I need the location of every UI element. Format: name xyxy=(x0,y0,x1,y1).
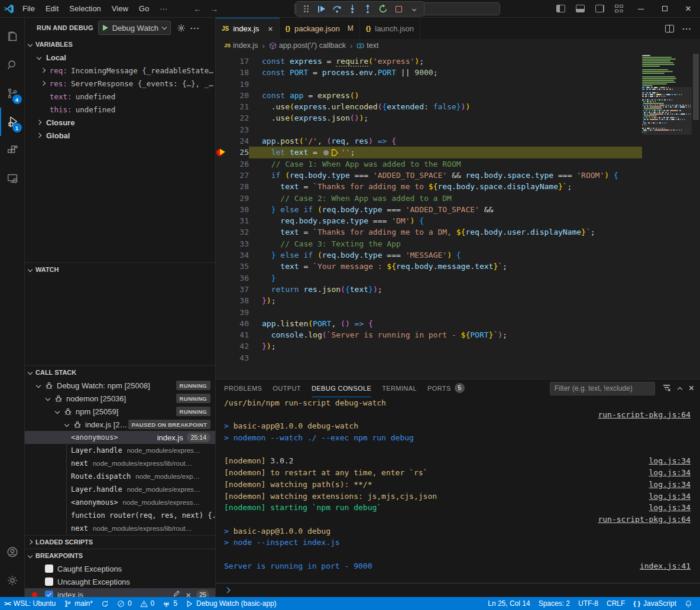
panel-tab-output[interactable]: OUTPUT xyxy=(273,379,301,397)
watch-section-header[interactable]: WATCH xyxy=(25,263,215,276)
variable-scope-global[interactable]: Global xyxy=(25,129,215,142)
call-stack-session[interactable]: index.js [25083]PAUSED ON BREAKPOINT xyxy=(25,418,215,431)
tab-package-json[interactable]: {}package.jsonM xyxy=(280,18,360,39)
activity-item-search[interactable] xyxy=(0,51,25,79)
menu-item-go[interactable]: Go xyxy=(134,2,154,15)
debug-config-dropdown[interactable]: Debug Watch xyxy=(98,21,171,35)
menu-item-file[interactable]: File xyxy=(18,2,40,15)
status-item-error[interactable]: 0 xyxy=(113,597,136,610)
activity-item-explorer[interactable] xyxy=(0,22,25,51)
maximize-button[interactable] xyxy=(653,0,676,18)
source-link[interactable]: run-script-pkg.js:64 xyxy=(598,514,700,525)
panel-tab-problems[interactable]: PROBLEMS xyxy=(224,379,262,397)
restart-icon[interactable] xyxy=(377,2,390,15)
source-link[interactable]: log.js:34 xyxy=(649,502,700,514)
step-into-icon[interactable] xyxy=(346,2,359,15)
menu-item-moremoremore[interactable]: ··· xyxy=(155,2,172,15)
status-item-tower[interactable]: 5 xyxy=(158,597,182,610)
stack-frame[interactable]: function router(req, res, next) {.pr xyxy=(25,509,215,522)
menu-item-view[interactable]: View xyxy=(107,2,133,15)
status-item-warn[interactable]: 0 xyxy=(136,597,159,610)
status-item-remote[interactable]: ><WSL: Ubuntu xyxy=(0,597,60,610)
variable-row-text[interactable]: text:undefined xyxy=(25,90,215,103)
variable-scope-local[interactable]: Local xyxy=(25,51,215,64)
step-over-icon[interactable] xyxy=(330,2,343,15)
breakpoint-checkbox[interactable] xyxy=(45,577,53,586)
tab-index-js[interactable]: JSindex.js× xyxy=(216,18,280,39)
stack-frame[interactable]: nextnode_modules/express/lib/rout… xyxy=(25,457,215,470)
status-item-ln-25-col-14[interactable]: Ln 25, Col 14 xyxy=(484,597,534,610)
activity-item-settings[interactable] xyxy=(0,566,25,595)
step-out-icon[interactable] xyxy=(361,2,374,15)
status-item-bell[interactable] xyxy=(680,597,696,610)
activity-item-run-and-debug[interactable]: 1 xyxy=(0,108,25,136)
status-item-crlf[interactable]: CRLF xyxy=(602,597,629,610)
debug-settings-gear-icon[interactable] xyxy=(177,24,186,33)
toggle-sidebar-icon[interactable] xyxy=(556,5,565,12)
breakpoints-section-header[interactable]: BREAKPOINTS xyxy=(25,549,215,562)
inline-breakpoint-hint-icon[interactable] xyxy=(323,150,329,155)
stack-frame[interactable]: <anonymous>node_modules/express… xyxy=(25,496,215,509)
tab-launch-json[interactable]: {}launch.json xyxy=(360,18,420,39)
menu-item-edit[interactable]: Edit xyxy=(41,2,63,15)
stack-frame[interactable]: Route.dispatchnode_modules/exp… xyxy=(25,470,215,483)
source-link[interactable]: index.js:41 xyxy=(640,560,700,572)
menu-item-selection[interactable]: Selection xyxy=(64,2,105,15)
nav-back-icon[interactable]: ← xyxy=(193,4,202,14)
more-actions-icon[interactable]: ··· xyxy=(190,24,200,33)
filter-icon[interactable] xyxy=(662,383,671,394)
breakpoint-checkbox[interactable] xyxy=(45,590,53,597)
activity-item-source-control[interactable]: 4 xyxy=(0,79,25,108)
breadcrumb-item[interactable]: app.post('/') callback xyxy=(269,41,346,50)
activity-item-accounts[interactable] xyxy=(0,538,25,566)
breadcrumb-item[interactable]: JSindex.js xyxy=(224,41,258,50)
status-item-utf-8[interactable]: UTF-8 xyxy=(574,597,602,610)
call-stack-session[interactable]: nodemon [25036]RUNNING xyxy=(25,392,215,405)
code-editor[interactable]: 17const express = require('express');18c… xyxy=(216,52,700,379)
toggle-panel-icon[interactable] xyxy=(576,5,585,12)
breakpoint-item-caught-exceptions[interactable]: Caught Exceptions xyxy=(25,562,215,575)
activity-item-extensions[interactable] xyxy=(0,136,25,164)
status-item-spaces-2[interactable]: Spaces: 2 xyxy=(534,597,574,610)
source-link[interactable]: run-script-pkg.js:64 xyxy=(598,409,700,421)
dropdown-icon[interactable] xyxy=(407,2,420,15)
panel-tab-ports[interactable]: PORTS5 xyxy=(427,379,465,397)
close-panel-icon[interactable]: × xyxy=(689,383,694,394)
stack-frame[interactable]: Layer.handlenode_modules/expres… xyxy=(25,444,215,457)
status-item-braces[interactable]: { }JavaScript xyxy=(629,597,680,610)
loaded-scripts-section-header[interactable]: LOADED SCRIPTS xyxy=(25,536,215,549)
activity-item-remote-explorer[interactable] xyxy=(0,164,25,193)
edit-breakpoint-icon[interactable] xyxy=(173,590,180,597)
breakpoint-item-index.js[interactable]: index.js×25 xyxy=(25,588,215,597)
minimize-button[interactable]: ─ xyxy=(629,0,653,18)
minimap[interactable] xyxy=(642,52,692,379)
source-link[interactable]: log.js:34 xyxy=(649,479,700,491)
status-item-sync[interactable] xyxy=(97,597,113,610)
variable-row-req[interactable]: req:IncomingMessage {_readableState: … xyxy=(25,64,215,77)
split-editor-icon[interactable] xyxy=(665,25,674,33)
variable-row-res[interactable]: res:ServerResponse {_events: {…}, _ev… xyxy=(25,77,215,90)
call-stack-session[interactable]: Debug Watch: npm [25008]RUNNING xyxy=(25,379,215,392)
breakpoint-checkbox[interactable] xyxy=(45,564,53,573)
call-stack-section-header[interactable]: CALL STACK xyxy=(25,366,215,379)
breakpoint-item-uncaught-exceptions[interactable]: Uncaught Exceptions xyxy=(25,575,215,588)
editor-scrollbar[interactable] xyxy=(692,52,700,379)
close-tab-icon[interactable]: × xyxy=(268,24,273,34)
debug-console-filter-input[interactable] xyxy=(550,382,655,395)
variable-row-this[interactable]: this:undefined xyxy=(25,103,215,116)
variables-section-header[interactable]: VARIABLES xyxy=(25,38,215,51)
start-debug-icon[interactable] xyxy=(103,25,108,31)
panel-tab-terminal[interactable]: TERMINAL xyxy=(382,379,417,397)
debug-console-output[interactable]: /usr/bin/npm run-script debug-watchrun-s… xyxy=(216,397,700,583)
debug-console-input[interactable] xyxy=(216,583,700,597)
stack-frame[interactable]: <anonymous>index.js25:14 xyxy=(25,431,215,444)
panel-tab-debug-console[interactable]: DEBUG CONSOLE xyxy=(312,379,371,397)
source-link[interactable]: log.js:34 xyxy=(649,491,700,502)
source-link[interactable]: log.js:34 xyxy=(649,455,700,467)
status-item-dstart[interactable]: Debug Watch (basic-app) xyxy=(182,597,281,610)
editor-more-actions-icon[interactable]: ··· xyxy=(682,24,692,33)
status-item-branch[interactable]: main* xyxy=(60,597,97,610)
stack-frame[interactable]: Layer.handlenode_modules/expres… xyxy=(25,483,215,496)
nav-forward-icon[interactable]: → xyxy=(210,4,218,14)
call-stack-session[interactable]: npm [25059]RUNNING xyxy=(25,405,215,418)
